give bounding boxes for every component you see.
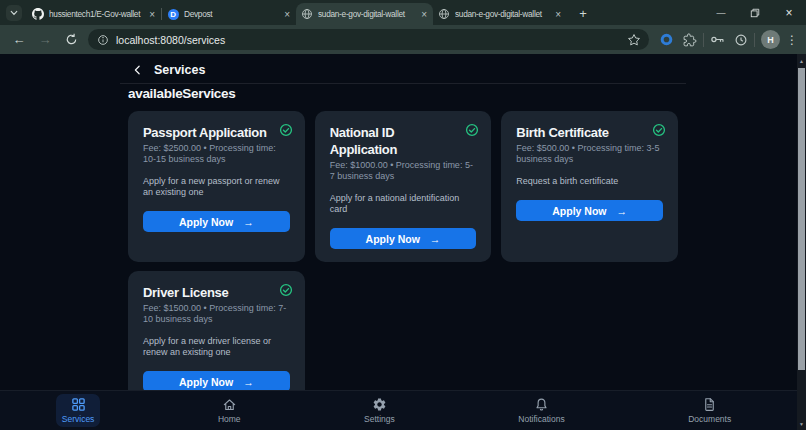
window-minimize-button[interactable]: —	[704, 0, 738, 25]
nav-item-services[interactable]: Services	[56, 394, 101, 427]
service-name: National ID Application	[330, 124, 477, 158]
toolbar-actions: H ⋮	[659, 30, 798, 49]
tab-sudan-wallet-active[interactable]: sudan-e-gov-digital-wallet ×	[296, 3, 433, 25]
arrow-right-icon: →	[430, 233, 441, 245]
service-name: Driver License	[143, 284, 290, 301]
bottom-navigation: Services Home Settings Notifications	[0, 390, 806, 430]
apply-now-button[interactable]: Apply Now →	[143, 211, 290, 232]
browser-menu-button[interactable]: ⋮	[786, 33, 798, 47]
extension-blue-icon[interactable]	[659, 32, 674, 48]
service-meta: Fee: $1000.00 • Processing time: 5-7 bus…	[330, 160, 477, 182]
site-info-icon[interactable]	[97, 34, 109, 46]
check-circle-icon	[279, 283, 293, 301]
nav-label: Home	[218, 414, 241, 424]
github-icon	[32, 8, 44, 20]
apply-now-button[interactable]: Apply Now →	[516, 200, 663, 221]
back-button[interactable]: ←	[10, 31, 28, 49]
service-description: Apply for a new passport or renew an exi…	[143, 176, 290, 198]
tab-title: Devpost	[184, 9, 281, 19]
toolbar-separator	[703, 33, 704, 47]
extensions-puzzle-icon[interactable]	[682, 32, 697, 48]
arrow-right-icon: →	[243, 216, 254, 228]
chevron-down-icon	[10, 9, 18, 17]
apply-now-label: Apply Now	[366, 233, 420, 245]
scrollbar-up-arrow[interactable]: ▲	[797, 54, 806, 67]
check-circle-icon	[652, 123, 666, 141]
back-chevron-icon[interactable]	[132, 64, 144, 76]
nav-label: Services	[62, 414, 95, 424]
arrow-right-icon: →	[243, 376, 254, 388]
tab-bar: hussientech1/E-Gov-wallet × D Devpost × …	[0, 0, 806, 25]
profile-avatar[interactable]: H	[761, 30, 780, 49]
app-header: Services	[120, 54, 686, 77]
header-divider	[120, 83, 686, 84]
history-icon[interactable]	[733, 32, 748, 48]
bookmark-star-icon[interactable]	[627, 33, 641, 47]
refresh-button[interactable]	[62, 31, 80, 49]
browser-window: hussientech1/E-Gov-wallet × D Devpost × …	[0, 0, 806, 430]
tab-close-icon[interactable]: ×	[281, 8, 293, 20]
tab-github[interactable]: hussientech1/E-Gov-wallet ×	[27, 3, 161, 25]
apply-now-label: Apply Now	[179, 376, 233, 388]
page-scrollbar[interactable]: ▲ ▼	[797, 54, 806, 430]
nav-item-documents[interactable]: Documents	[682, 394, 737, 427]
tab-close-icon[interactable]: ×	[146, 8, 158, 20]
url-text[interactable]: localhost:8080/services	[116, 34, 627, 46]
tab-close-icon[interactable]: ×	[552, 8, 564, 20]
scrollbar-thumb[interactable]	[798, 68, 805, 370]
nav-item-home[interactable]: Home	[212, 394, 247, 427]
gear-icon	[372, 397, 387, 412]
service-description: Apply for a new driver license or renew …	[143, 336, 290, 358]
apply-now-button[interactable]: Apply Now →	[143, 371, 290, 392]
tab-sudan-wallet[interactable]: sudan-e-gov-digital-wallet ×	[433, 3, 567, 25]
tab-devpost[interactable]: D Devpost ×	[162, 3, 296, 25]
section-title: availableServices	[120, 86, 686, 101]
service-meta: Fee: $500.00 • Processing time: 3-5 busi…	[516, 143, 663, 165]
globe-icon	[301, 8, 313, 20]
tab-title: sudan-e-gov-digital-wallet	[455, 9, 552, 19]
window-controls: — ×	[704, 0, 806, 25]
service-card-birth-certificate: Birth Certificate Fee: $500.00 • Process…	[501, 111, 678, 262]
service-meta: Fee: $1500.00 • Processing time: 7-10 bu…	[143, 303, 290, 325]
nav-label: Settings	[364, 414, 395, 424]
window-restore-button[interactable]	[738, 0, 772, 25]
new-tab-button[interactable]: +	[573, 3, 593, 23]
forward-button[interactable]: →	[36, 31, 54, 49]
browser-toolbar: ← → localhost:8080/services H	[0, 25, 806, 54]
document-icon	[702, 397, 717, 412]
nav-item-notifications[interactable]: Notifications	[512, 394, 570, 427]
tab-close-icon[interactable]: ×	[418, 8, 430, 20]
apply-now-label: Apply Now	[179, 216, 233, 228]
bell-icon	[534, 397, 549, 412]
check-circle-icon	[465, 123, 479, 141]
address-bar[interactable]: localhost:8080/services	[88, 29, 649, 50]
service-name: Passport Application	[143, 124, 290, 141]
services-grid: Passport Application Fee: $2500.00 • Pro…	[120, 111, 686, 405]
nav-label: Notifications	[518, 414, 564, 424]
service-description: Request a birth certificate	[516, 176, 663, 187]
nav-label: Documents	[688, 414, 731, 424]
tab-title: sudan-e-gov-digital-wallet	[318, 9, 418, 19]
apply-now-label: Apply Now	[552, 205, 606, 217]
service-description: Apply for a national identification card	[330, 193, 477, 215]
apply-now-button[interactable]: Apply Now →	[330, 228, 477, 249]
service-card-national-id: National ID Application Fee: $1000.00 • …	[315, 111, 492, 262]
tab-title: hussientech1/E-Gov-wallet	[49, 9, 146, 19]
service-meta: Fee: $2500.00 • Processing time: 10-15 b…	[143, 143, 290, 165]
page-content: Services availableServices Passport Appl…	[0, 54, 806, 430]
service-card-passport: Passport Application Fee: $2500.00 • Pro…	[128, 111, 305, 262]
service-name: Birth Certificate	[516, 124, 663, 141]
service-card-driver-license: Driver License Fee: $1500.00 • Processin…	[128, 271, 305, 405]
toolbar-separator	[754, 33, 755, 47]
password-key-icon[interactable]	[710, 32, 725, 48]
devpost-icon: D	[167, 8, 179, 20]
scrollbar-down-arrow[interactable]: ▼	[797, 417, 806, 430]
arrow-right-icon: →	[617, 205, 628, 217]
nav-item-settings[interactable]: Settings	[358, 394, 401, 427]
window-close-button[interactable]: ×	[772, 0, 806, 25]
tab-search-button[interactable]	[6, 5, 22, 21]
home-icon	[222, 397, 237, 412]
grid-icon	[71, 397, 86, 412]
page-title: Services	[154, 63, 205, 77]
globe-icon	[438, 8, 450, 20]
